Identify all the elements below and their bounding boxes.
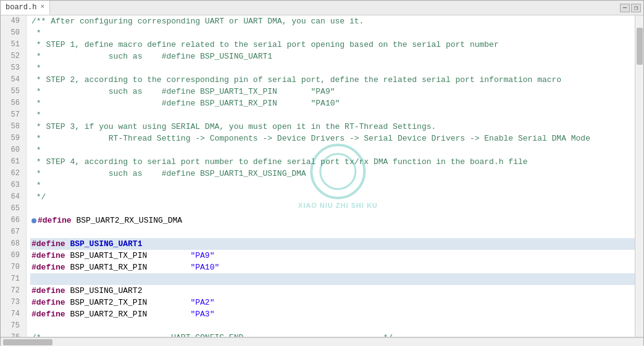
code-token: #define	[31, 297, 65, 308]
line-number: 52	[1, 51, 22, 62]
code-token: "PA9"	[190, 250, 214, 262]
line-number: 61	[1, 156, 22, 168]
code-line: /** After configuring corresponding UART…	[30, 15, 635, 27]
code-token: #define	[31, 308, 65, 320]
line-numbers: 4950515253545556575859606162636465666768…	[1, 15, 27, 337]
line-number: 56	[1, 97, 22, 109]
line-number: 63	[1, 179, 22, 191]
code-token: BSP_UART2_RX_PIN	[65, 308, 191, 320]
horizontal-scrollbar[interactable]	[1, 337, 643, 346]
line-number: 73	[1, 297, 22, 308]
breakpoint-marker	[31, 218, 36, 223]
code-line: * such as #define BSP_UART1_TX_PIN "PA9"	[30, 86, 635, 97]
code-line: *	[30, 144, 635, 156]
code-token: BSP_UART1_RX_PIN	[65, 262, 191, 273]
code-token: #define	[38, 215, 72, 226]
editor-body: 4950515253545556575859606162636465666768…	[1, 15, 643, 337]
minimize-button[interactable]: —	[620, 4, 630, 12]
code-line: * #define BSP_UART1_RX_PIN "PA10"	[30, 97, 635, 109]
code-area[interactable]: /** After configuring corresponding UART…	[27, 15, 635, 337]
code-line: * RT-Thread Setting -> Components -> Dev…	[30, 133, 635, 144]
code-token: BSP_USING_UART1	[65, 238, 143, 250]
line-number: 59	[1, 133, 22, 144]
code-token: #define	[31, 285, 65, 297]
window-controls: — ❐	[620, 4, 643, 12]
line-number: 69	[1, 250, 22, 262]
line-number: 53	[1, 62, 22, 74]
code-line: */	[30, 191, 635, 203]
code-line	[30, 203, 635, 215]
code-line: * STEP 3, if you want using SERIAL DMA, …	[30, 121, 635, 133]
code-token: * #define BSP_UART1_RX_PIN "PA10"	[31, 97, 340, 109]
code-token: /*-------------------------- UART CONFIG…	[31, 332, 393, 337]
code-token: *	[31, 27, 41, 39]
code-token: /** After configuring corresponding UART…	[31, 15, 364, 27]
code-token: * STEP 4, according to serial port numbe…	[31, 156, 528, 168]
line-number: 72	[1, 285, 22, 297]
line-number: 57	[1, 109, 22, 121]
line-number: 64	[1, 191, 22, 203]
code-token: BSP_USING_UART2	[65, 285, 143, 297]
line-number: 70	[1, 262, 22, 273]
code-token: * STEP 1, define macro define related to…	[31, 39, 499, 51]
file-tab[interactable]: board.h ×	[1, 1, 50, 15]
code-token: * STEP 2, according to the corresponding…	[31, 74, 561, 86]
line-number: 71	[1, 273, 22, 285]
code-line: #define BSP_UART1_TX_PIN "PA9"	[30, 250, 635, 262]
code-token: "PA2"	[190, 297, 214, 308]
vertical-scrollbar[interactable]	[635, 15, 643, 337]
code-token: "PA10"	[190, 262, 219, 273]
line-number: 66	[1, 215, 22, 226]
code-line: #define BSP_USING_UART1	[30, 238, 635, 250]
line-number: 51	[1, 39, 22, 51]
line-number: 67	[1, 226, 22, 238]
restore-button[interactable]: ❐	[631, 4, 641, 12]
code-line: * such as #define BSP_UART1_RX_USING_DMA	[30, 168, 635, 179]
code-line: #define BSP_UART1_RX_PIN "PA10"	[30, 262, 635, 273]
bottom-bar	[1, 337, 643, 345]
line-number: 76	[1, 332, 22, 337]
line-number: 50	[1, 27, 22, 39]
code-line: #define BSP_UART2_RX_PIN "PA3"	[30, 308, 635, 320]
code-line: #define BSP_UART2_RX_USING_DMA	[30, 215, 635, 226]
code-line: * such as #define BSP_USING_UART1	[30, 51, 635, 62]
code-line: *	[30, 109, 635, 121]
code-token: *	[31, 179, 41, 191]
code-token: */	[31, 191, 46, 203]
scrollbar-thumb-v[interactable]	[637, 28, 643, 65]
line-number: 75	[1, 320, 22, 332]
code-token: * STEP 3, if you want using SERIAL DMA, …	[31, 121, 436, 133]
code-token: *	[31, 144, 41, 156]
code-line: * STEP 2, according to the corresponding…	[30, 74, 635, 86]
tab-close-button[interactable]: ×	[40, 4, 44, 10]
line-number: 62	[1, 168, 22, 179]
code-line: * STEP 1, define macro define related to…	[30, 39, 635, 51]
code-token: #define	[31, 262, 65, 273]
code-line: *	[30, 27, 635, 39]
code-token: * such as #define BSP_UART1_TX_PIN "PA9"	[31, 86, 335, 97]
code-token: * such as #define BSP_UART1_RX_USING_DMA	[31, 168, 306, 179]
code-line	[30, 226, 635, 238]
code-token: #define	[31, 238, 65, 250]
line-number: 49	[1, 15, 22, 27]
code-token: BSP_UART1_TX_PIN	[65, 250, 191, 262]
code-line	[30, 273, 635, 285]
editor-window: board.h × — ❐ 49505152535455565758596061…	[0, 0, 644, 346]
tab-bar: board.h × — ❐	[1, 1, 643, 15]
line-number: 74	[1, 308, 22, 320]
line-number: 60	[1, 144, 22, 156]
code-line: #define BSP_UART2_TX_PIN "PA2"	[30, 297, 635, 308]
code-token: BSP_UART2_RX_USING_DMA	[72, 215, 182, 226]
code-line: /*-------------------------- UART CONFIG…	[30, 332, 635, 337]
line-number: 55	[1, 86, 22, 97]
scrollbar-thumb-h[interactable]	[3, 339, 52, 345]
code-token: * RT-Thread Setting -> Components -> Dev…	[31, 133, 590, 144]
code-line: *	[30, 62, 635, 74]
line-number: 68	[1, 238, 22, 250]
line-number: 65	[1, 203, 22, 215]
code-token: * such as #define BSP_USING_UART1	[31, 51, 272, 62]
code-token: *	[31, 109, 41, 121]
code-line: * STEP 4, according to serial port numbe…	[30, 156, 635, 168]
code-lines: /** After configuring corresponding UART…	[30, 15, 635, 337]
code-token: #define	[31, 250, 65, 262]
